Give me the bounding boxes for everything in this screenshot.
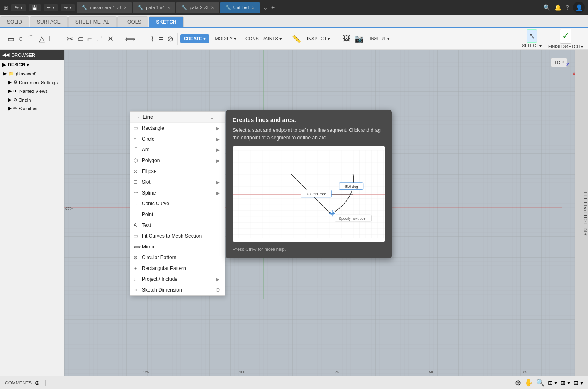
rectangular-pattern-icon: ⊞: [134, 265, 138, 271]
select-dropdown-button[interactable]: SELECT ▾: [521, 44, 544, 48]
more-icon[interactable]: ⋯: [216, 115, 220, 119]
select-cursor-tool[interactable]: ↖: [527, 29, 537, 43]
tab-close-icon[interactable]: ✕: [211, 5, 214, 10]
arc-tool[interactable]: ⌒: [26, 32, 36, 46]
fillet-tool[interactable]: ⌐: [86, 33, 94, 45]
sidebar-item-unsaved[interactable]: ▶ 📁 (Unsaved): [0, 69, 64, 78]
menu-item-circle[interactable]: ○ Circle ▶: [130, 134, 225, 144]
grid-icon[interactable]: ⊞: [3, 4, 8, 11]
break-tool[interactable]: ✕: [106, 33, 115, 45]
menu-item-fit-curves[interactable]: ▭ Fit Curves to Mesh Section: [130, 231, 225, 241]
chamfer-tool[interactable]: ⟋: [94, 33, 105, 45]
finish-sketch-button[interactable]: FINISH SKETCH ▾: [547, 44, 585, 49]
submenu-arrow: ▶: [216, 191, 220, 195]
expand-comments-button[interactable]: ‖: [43, 379, 46, 386]
menu-item-sketch-dimension[interactable]: ↔ Sketch Dimension D: [130, 284, 225, 295]
conic-icon: ⌢: [134, 201, 137, 207]
tab-untitled[interactable]: 🔧 Untitled ✕: [220, 2, 260, 13]
finish-sketch-icon[interactable]: ✓: [560, 29, 571, 44]
user-avatar[interactable]: 👤: [573, 2, 585, 13]
tab-pata2[interactable]: 🔧 pata 2 v3 ✕: [176, 2, 219, 13]
constraint-tools-group: ⟺ ⊥ ⌇ = ⊘: [121, 33, 178, 45]
tangent-tool[interactable]: ⌇: [149, 33, 156, 45]
triangle-tool[interactable]: △: [37, 33, 46, 45]
tab-tools[interactable]: TOOLS: [117, 16, 148, 27]
view-settings-button[interactable]: ⊟ ▾: [573, 379, 583, 386]
menu-item-arc[interactable]: ⌒ Arc ▶: [130, 144, 225, 155]
fit-curves-icon: ▭: [134, 233, 138, 239]
redo-button[interactable]: ↪ ▾: [61, 4, 75, 11]
menu-item-rectangle[interactable]: ▭ Rectangle ▶: [130, 123, 225, 134]
submenu-arrow: ▶: [216, 158, 220, 163]
equal-tool[interactable]: =: [157, 33, 165, 45]
insert-tool2[interactable]: 📷: [353, 33, 365, 45]
sidebar-item-document-settings[interactable]: ▶ ⚙ Document Settings: [0, 78, 64, 87]
menu-item-mirror[interactable]: ⟺ Mirror: [130, 241, 225, 252]
svg-text:45.0 deg: 45.0 deg: [344, 185, 358, 189]
add-comment-button[interactable]: ⊕: [35, 379, 40, 386]
parallel-tool[interactable]: ⟺: [123, 33, 137, 45]
modify-dropdown-button[interactable]: MODIFY ▾: [211, 34, 240, 43]
collapse-icon[interactable]: ◀◀: [2, 52, 9, 58]
sketch-palette-panel[interactable]: SKETCH PALETTE: [575, 50, 588, 376]
zoom-tool[interactable]: 🔍: [536, 379, 544, 387]
save-button[interactable]: 💾: [29, 4, 41, 11]
submenu-arrow: ▶: [216, 137, 220, 141]
tab-mesa-cara[interactable]: 🔧 mesa cara 1 v8 ✕: [77, 2, 132, 13]
tab-overflow-button[interactable]: ⌄: [262, 3, 269, 12]
grid-settings-button[interactable]: ⊞ ▾: [561, 379, 570, 386]
insert-image-tool[interactable]: 🖼: [341, 33, 352, 45]
notification-icon[interactable]: 🔔: [554, 4, 561, 11]
undo-button[interactable]: ↩ ▾: [44, 4, 58, 11]
tab-close-icon[interactable]: ✕: [251, 5, 255, 10]
h-tool[interactable]: ⊢: [47, 33, 57, 45]
menu-item-spline[interactable]: 〜 Spline ▶: [130, 187, 225, 198]
modify-tools-group: ✂ ⊂ ⌐ ⟋ ✕: [63, 33, 119, 45]
design-dropdown[interactable]: ▶ DESIGN ▾: [0, 60, 64, 69]
inspect-dropdown-button[interactable]: INSPECT ▾: [304, 34, 334, 43]
menu-item-rectangular-pattern[interactable]: ⊞ Rectangular Pattern: [130, 263, 225, 274]
tab-sketch[interactable]: SKETCH: [149, 16, 183, 27]
sidebar-item-sketches[interactable]: ▶ ✏ Sketches: [0, 104, 64, 113]
menu-item-polygon[interactable]: ⬡ Polygon ▶: [130, 155, 225, 166]
canvas-area[interactable]: TOP Z X -125 -100 -75 -50 -25 -125 SKETC…: [64, 50, 588, 376]
tab-icon: 🔧: [138, 5, 143, 10]
tab-solid[interactable]: SOLID: [0, 16, 29, 27]
orbit-tool[interactable]: ⊕: [515, 378, 521, 387]
menu-item-slot[interactable]: ⊟ Slot ▶: [130, 177, 225, 187]
measure-tool[interactable]: 📏: [290, 33, 303, 45]
menu-item-project-include[interactable]: ↓ Project / Include ▶: [130, 274, 225, 284]
sidebar-item-origin[interactable]: ▶ ⊕ Origin: [0, 95, 64, 104]
menu-item-text[interactable]: A Text: [130, 220, 225, 231]
menu-item-ellipse[interactable]: ⊙ Ellipse: [130, 166, 225, 177]
perp-tool[interactable]: ⊥: [138, 33, 148, 45]
insert-dropdown-button[interactable]: INSERT ▾: [366, 34, 393, 43]
item-label: (Unsaved): [16, 71, 37, 76]
search-icon[interactable]: 🔍: [543, 4, 550, 11]
axis-z-label: Z: [566, 62, 569, 67]
tab-pata1[interactable]: 🔧 pata 1 v4 ✕: [133, 2, 175, 13]
new-tab-button[interactable]: +: [270, 3, 275, 12]
menu-item-circular-pattern[interactable]: ⊛ Circular Pattern: [130, 252, 225, 263]
trim-tool[interactable]: ✂: [65, 33, 75, 45]
create-dropdown-button[interactable]: CREATE ▾: [180, 34, 209, 43]
browser-label: BROWSER: [12, 53, 35, 58]
display-settings-button[interactable]: ⊡ ▾: [548, 379, 557, 386]
titlebar-left: ⊞ 🗁 ▾ 💾 ↩ ▾ ↪ ▾: [3, 4, 75, 11]
rectangle-tool[interactable]: ▭: [6, 33, 16, 45]
constraints-dropdown-button[interactable]: CONSTRAINTS ▾: [242, 34, 285, 43]
sidebar-item-named-views[interactable]: ▶ 👁 Named Views: [0, 87, 64, 95]
menu-item-conic-curve[interactable]: ⌢ Conic Curve: [130, 198, 225, 209]
menu-header-line[interactable]: → Line L ⋯: [130, 112, 225, 123]
menu-item-point[interactable]: + Point: [130, 209, 225, 220]
tab-close-icon[interactable]: ✕: [124, 5, 127, 10]
tab-surface[interactable]: SURFACE: [30, 16, 68, 27]
tab-close-icon[interactable]: ✕: [167, 5, 170, 10]
extend-tool[interactable]: ⊂: [75, 33, 85, 45]
file-menu-button[interactable]: 🗁 ▾: [11, 4, 26, 11]
tab-sheet-metal[interactable]: SHEET METAL: [68, 16, 117, 27]
help-icon[interactable]: ?: [566, 4, 569, 11]
fix-tool[interactable]: ⊘: [165, 33, 175, 45]
pan-tool[interactable]: ✋: [525, 379, 533, 387]
circle-tool[interactable]: ○: [17, 33, 25, 45]
